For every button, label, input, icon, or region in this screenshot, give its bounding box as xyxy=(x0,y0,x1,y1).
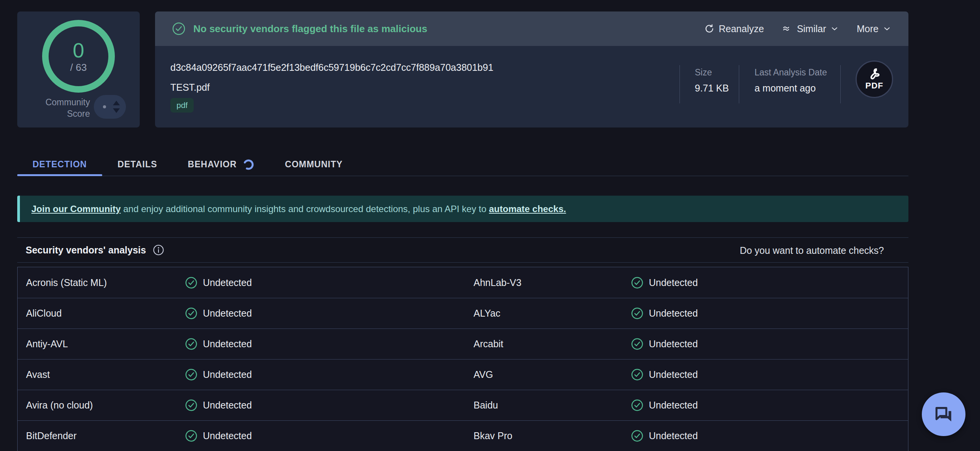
chat-bubbles-icon xyxy=(933,404,954,425)
last-analysis-block: Last Analysis Date a moment ago xyxy=(755,67,827,94)
join-community-link[interactable]: Join our Community xyxy=(31,204,121,214)
table-row: BitDefender Undetected Bkav Pro Undetect… xyxy=(18,420,908,451)
file-type-tag[interactable]: pdf xyxy=(170,98,194,113)
vendor-name: Avira (no cloud) xyxy=(18,400,185,411)
join-community-banner: Join our Community and enjoy additional … xyxy=(17,196,908,222)
vote-up-icon[interactable] xyxy=(113,101,120,105)
undetected-check-icon xyxy=(631,307,644,320)
similar-waves-icon xyxy=(782,23,793,34)
table-row: Antiy-AVL Undetected Arcabit Undetected xyxy=(18,328,908,359)
community-score-label: Community Score xyxy=(29,96,90,119)
chevron-down-icon xyxy=(830,24,839,33)
tab-detection-label: DETECTION xyxy=(33,159,87,170)
reanalyze-label: Reanalyze xyxy=(719,23,764,34)
divider xyxy=(17,262,908,263)
divider xyxy=(17,237,908,238)
table-row: Acronis (Static ML) Undetected AhnLab-V3… xyxy=(18,267,908,298)
verdict-banner: No security vendors flagged this file as… xyxy=(155,11,908,46)
verdict-text: No security vendors flagged this file as… xyxy=(193,23,427,35)
vote-dot-icon xyxy=(103,105,106,108)
tab-details[interactable]: DETAILS xyxy=(102,153,173,176)
analysis-header: Security vendors' analysis Do you want t… xyxy=(17,241,908,260)
similar-label: Similar xyxy=(797,23,826,34)
undetected-check-icon xyxy=(185,399,198,412)
vendor-status: Undetected xyxy=(631,399,908,412)
vendor-name: Avast xyxy=(18,369,185,380)
vendor-status: Undetected xyxy=(631,276,908,289)
undetected-check-icon xyxy=(631,276,644,289)
tab-community-label: COMMUNITY xyxy=(285,159,343,170)
loading-spinner-icon xyxy=(243,159,254,170)
status-label: Undetected xyxy=(203,308,252,319)
vendor-status: Undetected xyxy=(185,276,474,289)
undetected-check-icon xyxy=(185,368,198,381)
status-label: Undetected xyxy=(649,338,698,350)
tab-details-label: DETAILS xyxy=(118,159,157,170)
detection-gauge: 0 / 63 xyxy=(42,20,115,93)
vendor-name: AVG xyxy=(474,369,631,380)
undetected-check-icon xyxy=(185,307,198,320)
tab-community[interactable]: COMMUNITY xyxy=(270,153,358,176)
info-icon[interactable] xyxy=(153,244,164,256)
last-analysis-value: a moment ago xyxy=(755,83,827,94)
automate-checks-link[interactable]: automate checks. xyxy=(489,204,566,214)
size-value: 9.71 KB xyxy=(695,83,729,94)
automate-checks-prompt[interactable]: Do you want to automate checks? xyxy=(740,245,884,256)
chevron-down-icon xyxy=(882,24,892,33)
vendor-name: Acronis (Static ML) xyxy=(18,277,185,288)
vote-down-icon[interactable] xyxy=(113,108,120,113)
status-label: Undetected xyxy=(649,277,698,288)
tab-behavior-label: BEHAVIOR xyxy=(188,159,237,170)
file-name: TEST.pdf xyxy=(170,82,210,93)
vendor-status: Undetected xyxy=(185,338,474,350)
more-button[interactable]: More xyxy=(857,23,892,34)
vendor-status: Undetected xyxy=(185,307,474,320)
more-label: More xyxy=(857,23,879,34)
vendor-status: Undetected xyxy=(631,338,908,350)
vendor-name: ALYac xyxy=(474,308,631,319)
vendor-name: Bkav Pro xyxy=(474,430,631,441)
vendor-status: Undetected xyxy=(631,430,908,442)
undetected-check-icon xyxy=(631,338,644,350)
file-hash[interactable]: d3c84a09265f7aac471f5e2f13bedf6c59719b6c… xyxy=(170,62,493,73)
divider xyxy=(840,65,841,103)
community-banner-text: and enjoy additional community insights … xyxy=(121,204,489,214)
size-label: Size xyxy=(695,67,729,78)
vendor-name: AliCloud xyxy=(18,308,185,319)
table-row: AliCloud Undetected ALYac Undetected xyxy=(18,298,908,328)
pdf-badge-label: PDF xyxy=(866,81,884,91)
table-row: Avira (no cloud) Undetected Baidu Undete… xyxy=(18,390,908,420)
tab-detection[interactable]: DETECTION xyxy=(17,153,102,176)
vendor-name: AhnLab-V3 xyxy=(474,277,631,288)
status-label: Undetected xyxy=(649,400,698,411)
chat-support-button[interactable] xyxy=(922,392,965,436)
status-label: Undetected xyxy=(649,308,698,319)
status-label: Undetected xyxy=(203,430,252,441)
undetected-check-icon xyxy=(185,276,198,289)
undetected-check-icon xyxy=(185,430,198,442)
status-label: Undetected xyxy=(203,400,252,411)
reanalyze-button[interactable]: Reanalyze xyxy=(704,23,764,34)
vendor-status: Undetected xyxy=(631,307,908,320)
size-block: Size 9.71 KB xyxy=(695,67,729,94)
vote-widget[interactable] xyxy=(94,95,126,119)
vendor-status: Undetected xyxy=(631,368,908,381)
check-circle-icon xyxy=(172,22,186,36)
community-score-card: 0 / 63 Community Score xyxy=(17,11,140,127)
status-label: Undetected xyxy=(203,277,252,288)
undetected-check-icon xyxy=(631,368,644,381)
similar-button[interactable]: Similar xyxy=(782,23,839,34)
file-info-body: d3c84a09265f7aac471f5e2f13bedf6c59719b6c… xyxy=(155,46,908,127)
status-label: Undetected xyxy=(649,430,698,441)
refresh-icon xyxy=(704,23,715,34)
vendor-name: Baidu xyxy=(474,400,631,411)
vendor-name: BitDefender xyxy=(18,430,185,441)
status-label: Undetected xyxy=(203,338,252,350)
divider xyxy=(739,65,739,103)
vendor-analysis-table: Acronis (Static ML) Undetected AhnLab-V3… xyxy=(17,267,908,451)
status-label: Undetected xyxy=(203,369,252,380)
file-report-card: No security vendors flagged this file as… xyxy=(155,11,908,127)
detection-score: 0 xyxy=(73,39,84,61)
tab-behavior[interactable]: BEHAVIOR xyxy=(173,153,270,176)
table-row: Avast Undetected AVG Undetected xyxy=(18,359,908,390)
